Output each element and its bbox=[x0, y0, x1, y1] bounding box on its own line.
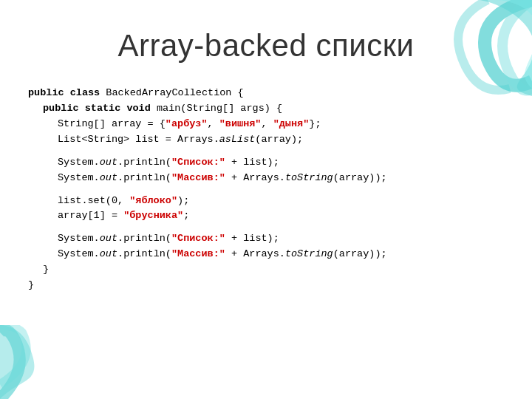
string-spisok1: "Список:" bbox=[171, 157, 225, 168]
code-line-7: list.set(0, "яблоко"); bbox=[28, 194, 504, 209]
spacer-2 bbox=[28, 186, 504, 194]
code-line-8: array[1] = "брусника"; bbox=[28, 208, 504, 224]
method-aslist: asList bbox=[219, 134, 256, 145]
code-line-1: public class BackedArrayCollection { bbox=[28, 86, 504, 101]
code-block: public class BackedArrayCollection { pub… bbox=[28, 86, 504, 293]
string-arbuz: "арбуз" bbox=[166, 118, 208, 129]
code-line-4: List<String> list = Arrays.asList(array)… bbox=[28, 132, 504, 148]
string-massiv1: "Массив:" bbox=[171, 172, 225, 183]
method-tostring-1: toString bbox=[285, 172, 333, 183]
method-tostring-2: toString bbox=[285, 248, 333, 259]
code-line-12: } bbox=[28, 278, 504, 293]
code-line-6: System.out.println("Массив:" + Arrays.to… bbox=[28, 171, 504, 186]
string-spisok2: "Список:" bbox=[171, 233, 225, 244]
method-out-3: out bbox=[100, 233, 117, 244]
code-line-3: String[] array = {"арбуз", "вишня", "дын… bbox=[28, 117, 504, 132]
string-yabloko: "яблоко" bbox=[129, 195, 177, 206]
method-out-1: out bbox=[100, 157, 117, 168]
code-line-9: System.out.println("Список:" + list); bbox=[28, 231, 504, 247]
code-line-2: public static void main(String[] args) { bbox=[28, 101, 504, 117]
bottom-left-decoration bbox=[0, 325, 133, 399]
string-dynya: "дыня" bbox=[273, 118, 310, 129]
method-out-4: out bbox=[100, 248, 117, 259]
code-line-5: System.out.println("Список:" + list); bbox=[28, 155, 504, 171]
string-massiv2: "Массив:" bbox=[171, 248, 225, 259]
spacer-3 bbox=[28, 224, 504, 231]
spacer-1 bbox=[28, 148, 504, 155]
code-line-11: } bbox=[28, 262, 504, 278]
code-line-10: System.out.println("Массив:" + Arrays.to… bbox=[28, 247, 504, 262]
keyword-public-static: public static void bbox=[43, 103, 151, 114]
keyword-public: public class bbox=[28, 87, 100, 98]
string-brusnika: "брусника" bbox=[123, 210, 183, 221]
method-out-2: out bbox=[100, 172, 117, 183]
page-title: Array-backed списки bbox=[0, 28, 532, 64]
string-vishnya: "вишня" bbox=[219, 118, 262, 129]
